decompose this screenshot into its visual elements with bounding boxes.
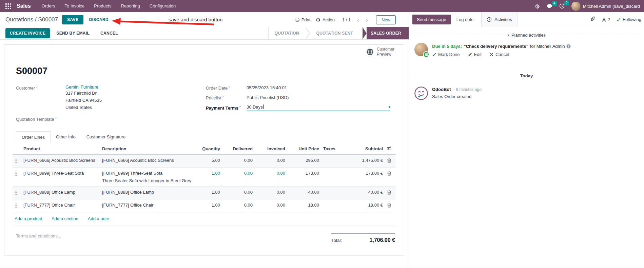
description-column-header[interactable]: Description xyxy=(100,143,191,155)
activities-button[interactable]: Activities xyxy=(481,12,517,27)
drag-handle[interactable] xyxy=(13,199,21,212)
delete-line-button[interactable] xyxy=(385,199,396,212)
send-message-button[interactable]: Send message xyxy=(412,15,451,24)
delivered-cell[interactable]: 0.00 xyxy=(222,199,255,212)
delete-line-button[interactable] xyxy=(385,187,396,199)
tab-customer-signature[interactable]: Customer Signature xyxy=(81,131,131,143)
planned-activities-toggle[interactable]: ▾ Planned activities xyxy=(504,33,549,38)
apps-grid-icon[interactable] xyxy=(4,2,13,11)
taxes-cell[interactable] xyxy=(321,155,346,168)
attachments-button[interactable] xyxy=(590,16,596,23)
menu-configuration[interactable]: Configuration xyxy=(145,0,180,12)
state-quotation-sent[interactable]: QUOTATION SENT xyxy=(310,31,359,36)
add-a-product-link[interactable]: Add a product xyxy=(15,216,42,221)
drag-handle[interactable] xyxy=(13,155,21,168)
quantity-cell[interactable]: 1.00 xyxy=(191,187,222,199)
tab-other-info[interactable]: Other Info xyxy=(51,131,81,143)
breadcrumb-quotations[interactable]: Quotations xyxy=(5,16,33,23)
dropdown-caret-icon[interactable]: ▾ xyxy=(388,105,390,109)
subtotal-column-header[interactable]: Subtotal xyxy=(346,143,385,155)
pager-previous[interactable]: ‹ xyxy=(356,17,359,23)
menu-reporting[interactable]: Reporting xyxy=(116,0,144,12)
description-cell[interactable]: [FURN_7777] Office Chair xyxy=(100,199,191,212)
app-name[interactable]: Sales xyxy=(17,3,31,9)
taxes-cell[interactable] xyxy=(321,168,346,187)
menu-products[interactable]: Products xyxy=(89,0,116,12)
log-note-button[interactable]: Log note xyxy=(451,12,480,27)
delivered-column-header[interactable]: Delivered xyxy=(222,143,255,155)
save-button[interactable]: SAVE xyxy=(62,15,83,24)
delivered-cell[interactable]: 0.00 xyxy=(222,155,255,168)
following-button[interactable]: Following xyxy=(616,17,641,22)
product-cell[interactable]: [FURN_6666] Acoustic Bloc Screens xyxy=(21,155,100,168)
menu-orders[interactable]: Orders xyxy=(37,0,60,12)
add-a-section-link[interactable]: Add a section xyxy=(52,216,78,221)
status-row: CREATE INVOICE SEND BY EMAIL CANCEL QUOT… xyxy=(0,27,409,40)
menu-to-invoice[interactable]: To Invoice xyxy=(60,0,90,12)
unit-price-cell[interactable]: 295.00 xyxy=(287,155,321,168)
following-check-icon xyxy=(616,18,621,22)
drag-handle[interactable] xyxy=(13,168,21,187)
user-menu[interactable]: Mitchell Admin (save_discard xyxy=(571,2,640,11)
state-sales-order[interactable]: SALES ORDER xyxy=(363,27,409,39)
taxes-cell[interactable] xyxy=(321,199,346,212)
product-cell[interactable]: [FURN_8888] Office Lamp xyxy=(21,187,100,199)
description-cell[interactable]: [FURN_8888] Office Lamp xyxy=(100,187,191,199)
pricelist-field[interactable]: Public Pricelist (USD) xyxy=(247,94,289,100)
unit-price-cell[interactable]: 173.00 xyxy=(287,168,321,187)
delivered-cell[interactable]: 0.00 xyxy=(222,187,255,199)
quantity-cell[interactable]: 1.00 xyxy=(191,168,222,187)
print-button[interactable]: Print xyxy=(295,17,311,22)
unit-price-column-header[interactable]: Unit Price xyxy=(287,143,321,155)
customer-link[interactable]: Gemini Furniture xyxy=(65,84,102,90)
unit-price-cell[interactable]: 18.00 xyxy=(287,199,321,212)
payment-terms-field[interactable]: 30 Days ▾ xyxy=(247,104,390,111)
chatter-message: OdooBot - 9 minutes ago Sales Order crea… xyxy=(414,87,644,100)
pager-next[interactable]: › xyxy=(365,17,369,23)
add-a-note-link[interactable]: Add a note xyxy=(88,216,109,221)
order-date-field[interactable]: 05/25/2023 15:40:01 xyxy=(247,84,287,90)
product-cell[interactable]: [FURN_8999] Three-Seat Sofa xyxy=(21,168,100,187)
invoiced-cell[interactable]: 0.00 xyxy=(255,187,287,199)
messages-icon[interactable]: 4 xyxy=(547,4,552,9)
send-by-email-button[interactable]: SEND BY EMAIL xyxy=(52,28,94,38)
invoiced-cell[interactable]: 0.00 xyxy=(255,168,287,187)
unit-price-cell[interactable]: 40.00 xyxy=(287,187,321,199)
invoiced-cell[interactable]: 0.00 xyxy=(255,199,287,212)
activities-clock-icon[interactable]: 2 xyxy=(559,3,565,9)
discard-button[interactable]: DISCARD xyxy=(86,15,111,24)
optional-columns-icon[interactable] xyxy=(385,143,396,155)
action-button[interactable]: ⚙ Action xyxy=(316,17,335,22)
cancel-button[interactable]: CANCEL xyxy=(96,28,122,38)
taxes-column-header[interactable]: Taxes xyxy=(321,143,346,155)
taxes-cell[interactable] xyxy=(321,187,346,199)
mark-done-button[interactable]: Mark Done xyxy=(432,52,460,57)
quantity-cell[interactable]: 1.00 xyxy=(191,199,222,212)
description-cell[interactable]: [FURN_8999] Three-Seat SofaThree Seater … xyxy=(100,168,191,187)
customer-preview-button[interactable]: Customer Preview xyxy=(366,47,396,57)
drag-handle[interactable] xyxy=(13,187,21,199)
quantity-column-header[interactable]: Quantity xyxy=(191,143,222,155)
message-author[interactable]: OdooBot xyxy=(432,87,451,92)
description-cell[interactable]: [FURN_6666] Acoustic Bloc Screens xyxy=(100,155,191,168)
activity-summary: “Check delivery requirements” xyxy=(464,44,528,49)
invoiced-cell[interactable]: 0.00 xyxy=(255,155,287,168)
invoiced-column-header[interactable]: Invoiced xyxy=(255,143,287,155)
delete-line-button[interactable] xyxy=(385,168,396,187)
state-quotation[interactable]: QUOTATION xyxy=(269,31,305,36)
debug-bug-icon[interactable] xyxy=(535,3,540,9)
terms-and-conditions-field[interactable]: Terms and conditions... xyxy=(16,233,61,243)
tab-order-lines[interactable]: Order Lines xyxy=(16,131,51,143)
quotation-template-label: Quotation Template? xyxy=(16,116,65,122)
cancel-activity-button[interactable]: Cancel xyxy=(490,52,509,57)
create-invoice-button[interactable]: CREATE INVOICE xyxy=(5,28,50,38)
quantity-cell[interactable]: 5.00 xyxy=(191,155,222,168)
product-cell[interactable]: [FURN_7777] Office Chair xyxy=(21,199,100,212)
info-icon[interactable] xyxy=(566,44,571,49)
delivered-cell[interactable]: 0.00 xyxy=(222,168,255,187)
edit-activity-button[interactable]: Edit xyxy=(468,52,482,57)
product-column-header[interactable]: Product xyxy=(21,143,100,155)
new-button[interactable]: New xyxy=(376,15,396,24)
followers-button[interactable]: 2 xyxy=(602,17,610,22)
delete-line-button[interactable] xyxy=(385,155,396,168)
